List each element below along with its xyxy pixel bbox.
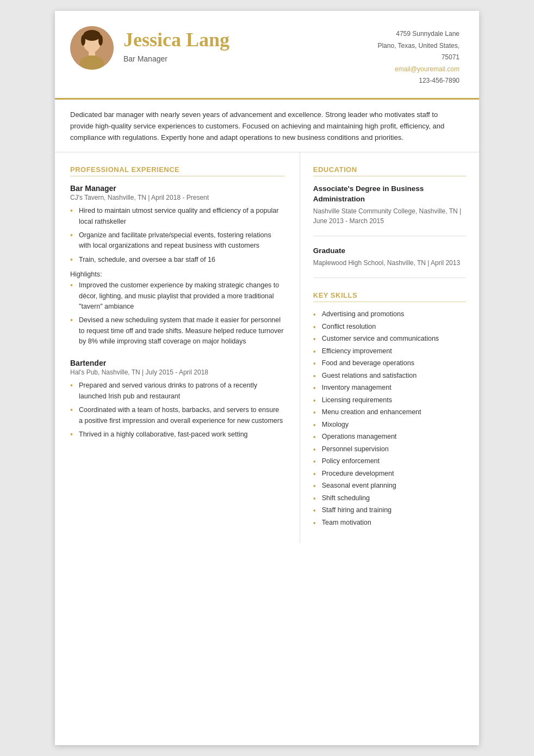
skill-item: Operations management	[313, 432, 466, 442]
candidate-name: Jessica Lang	[123, 29, 368, 51]
contact-block: 4759 Sunnydale Lane Plano, Texas, United…	[377, 26, 460, 87]
main-content: PROFESSIONAL EXPERIENCE Bar Manager CJ's…	[55, 152, 479, 543]
skills-list: Advertising and promotionsConflict resol…	[313, 310, 466, 527]
summary-text: Dedicated bar manager with nearly seven …	[70, 110, 444, 142]
bullet-item: Organize and facilitate private/special …	[70, 230, 284, 251]
header-section: Jessica Lang Bar Manager 4759 Sunnydale …	[55, 11, 479, 100]
highlights-list-1: Improved the customer experience by maki…	[70, 280, 284, 347]
edu-divider	[313, 236, 466, 236]
skill-item: Seasonal event planning	[313, 481, 466, 491]
highlight-item: Devised a new scheduling system that mad…	[70, 315, 284, 347]
skill-item: Procedure development	[313, 469, 466, 479]
skill-item: Efficiency improvement	[313, 347, 466, 357]
job-entry-1: Bar Manager CJ's Tavern, Nashville, TN |…	[70, 184, 284, 347]
bullet-item: Train, schedule, and oversee a bar staff…	[70, 255, 284, 265]
edu-degree-1: Associate's Degree in Business Administr…	[313, 184, 466, 205]
resume-page: Jessica Lang Bar Manager 4759 Sunnydale …	[55, 11, 479, 745]
edu-school-1: Nashville State Community College, Nashv…	[313, 206, 466, 226]
left-column: PROFESSIONAL EXPERIENCE Bar Manager CJ's…	[55, 152, 300, 543]
skill-item: Conflict resolution	[313, 322, 466, 332]
skills-section: KEY SKILLS Advertising and promotionsCon…	[313, 291, 466, 527]
svg-point-4	[98, 35, 103, 46]
section-divider	[313, 278, 466, 278]
skill-item: Shift scheduling	[313, 494, 466, 503]
zip-code: 75071	[377, 52, 460, 64]
edu-degree-2: Graduate	[313, 246, 466, 256]
job-meta-2: Hal's Pub, Nashville, TN | July 2015 - A…	[70, 368, 284, 376]
address-line2: Plano, Texas, United States,	[377, 40, 460, 52]
skill-item: Personnel supervision	[313, 445, 466, 454]
job-bullets-2: Prepared and served various drinks to pa…	[70, 380, 284, 440]
name-block: Jessica Lang Bar Manager	[123, 26, 368, 63]
address-line1: 4759 Sunnydale Lane	[377, 28, 460, 40]
edu-entry-2: Graduate Maplewood High School, Nashvill…	[313, 246, 466, 268]
skill-item: Team motivation	[313, 518, 466, 528]
bullet-item: Thrived in a highly collaborative, fast-…	[70, 429, 284, 440]
skill-item: Customer service and communications	[313, 334, 466, 344]
skill-item: Licensing requirements	[313, 396, 466, 405]
avatar	[70, 26, 114, 70]
skill-item: Mixology	[313, 420, 466, 430]
email-address: email@youremail.com	[377, 64, 460, 76]
skills-section-title: KEY SKILLS	[313, 291, 466, 302]
education-section: EDUCATION Associate's Degree in Business…	[313, 165, 466, 268]
skill-item: Advertising and promotions	[313, 310, 466, 319]
highlight-item: Improved the customer experience by maki…	[70, 280, 284, 312]
right-column: EDUCATION Associate's Degree in Business…	[300, 152, 479, 543]
svg-point-2	[83, 30, 101, 41]
experience-section-title: PROFESSIONAL EXPERIENCE	[70, 165, 284, 176]
svg-point-3	[81, 35, 85, 46]
skill-item: Guest relations and satisfaction	[313, 371, 466, 381]
skill-item: Inventory management	[313, 383, 466, 393]
highlights-label: Highlights:	[70, 271, 284, 278]
edu-school-2: Maplewood High School, Nashville, TN | A…	[313, 258, 466, 268]
job-title-2: Bartender	[70, 359, 284, 367]
job-entry-2: Bartender Hal's Pub, Nashville, TN | Jul…	[70, 359, 284, 440]
candidate-title: Bar Manager	[123, 54, 368, 63]
skill-item: Staff hiring and training	[313, 506, 466, 515]
bullet-item: Hired to maintain utmost service quality…	[70, 206, 284, 227]
summary-section: Dedicated bar manager with nearly seven …	[55, 100, 479, 152]
bullet-item: Prepared and served various drinks to pa…	[70, 380, 284, 402]
skill-item: Food and beverage operations	[313, 359, 466, 368]
skill-item: Policy enforcement	[313, 457, 466, 466]
skill-item: Menu creation and enhancement	[313, 408, 466, 417]
job-title-1: Bar Manager	[70, 184, 284, 193]
phone-number: 123-456-7890	[377, 75, 460, 87]
bullet-item: Coordinated with a team of hosts, barbac…	[70, 405, 284, 426]
svg-rect-6	[89, 50, 95, 56]
job-bullets-1: Hired to maintain utmost service quality…	[70, 206, 284, 265]
education-section-title: EDUCATION	[313, 165, 466, 176]
job-meta-1: CJ's Tavern, Nashville, TN | April 2018 …	[70, 194, 284, 201]
edu-entry-1: Associate's Degree in Business Administr…	[313, 184, 466, 226]
